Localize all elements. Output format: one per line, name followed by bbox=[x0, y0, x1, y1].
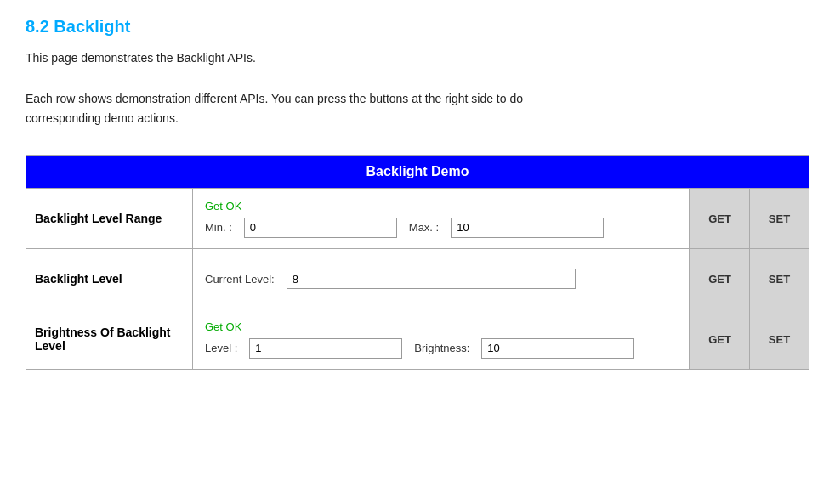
row-buttons-backlight-level: GETSET bbox=[690, 249, 809, 309]
status-backlight-level-range: Get OK bbox=[205, 200, 677, 212]
row-content-backlight-level: Current Level: bbox=[193, 249, 690, 309]
field-label-backlight-level-range-1: Max. : bbox=[409, 221, 439, 234]
row-content-backlight-level-range: Get OKMin. :Max. : bbox=[193, 189, 690, 249]
row-buttons-backlight-level-range: GETSET bbox=[690, 189, 809, 249]
status-brightness-of-backlight-level: Get OK bbox=[205, 320, 677, 333]
table-row: Backlight Level RangeGet OKMin. :Max. :G… bbox=[26, 189, 809, 249]
row-label-brightness-of-backlight-level: Brightness Of Backlight Level bbox=[26, 309, 193, 370]
set-button-backlight-level-range[interactable]: SET bbox=[749, 189, 809, 248]
row-content-brightness-of-backlight-level: Get OKLevel :Brightness: bbox=[193, 309, 690, 370]
row-buttons-brightness-of-backlight-level: GETSET bbox=[690, 309, 809, 370]
field-input-brightness-of-backlight-level-1[interactable] bbox=[481, 338, 634, 359]
set-button-backlight-level[interactable]: SET bbox=[749, 249, 809, 309]
get-button-backlight-level[interactable]: GET bbox=[690, 249, 749, 309]
get-button-backlight-level-range[interactable]: GET bbox=[690, 189, 749, 248]
page-title: 8.2 Backlight bbox=[26, 17, 809, 37]
field-label-brightness-of-backlight-level-0: Level : bbox=[205, 342, 237, 354]
field-input-backlight-level-0[interactable] bbox=[287, 269, 576, 289]
field-input-brightness-of-backlight-level-0[interactable] bbox=[249, 338, 402, 359]
set-button-brightness-of-backlight-level[interactable]: SET bbox=[749, 309, 809, 369]
row-label-backlight-level-range: Backlight Level Range bbox=[26, 189, 193, 249]
row-label-backlight-level: Backlight Level bbox=[26, 249, 193, 309]
get-button-brightness-of-backlight-level[interactable]: GET bbox=[690, 309, 749, 369]
table-row: Brightness Of Backlight LevelGet OKLevel… bbox=[26, 309, 809, 370]
field-label-brightness-of-backlight-level-1: Brightness: bbox=[414, 342, 469, 354]
page-description: This page demonstrates the Backlight API… bbox=[26, 48, 809, 129]
demo-header: Backlight Demo bbox=[26, 156, 809, 189]
table-row: Backlight LevelCurrent Level:GETSET bbox=[26, 249, 809, 309]
field-label-backlight-level-0: Current Level: bbox=[205, 273, 275, 286]
demo-table: Backlight Demo Backlight Level RangeGet … bbox=[26, 155, 809, 370]
field-input-backlight-level-range-1[interactable] bbox=[451, 218, 604, 238]
field-input-backlight-level-range-0[interactable] bbox=[244, 218, 397, 238]
field-label-backlight-level-range-0: Min. : bbox=[205, 221, 232, 234]
